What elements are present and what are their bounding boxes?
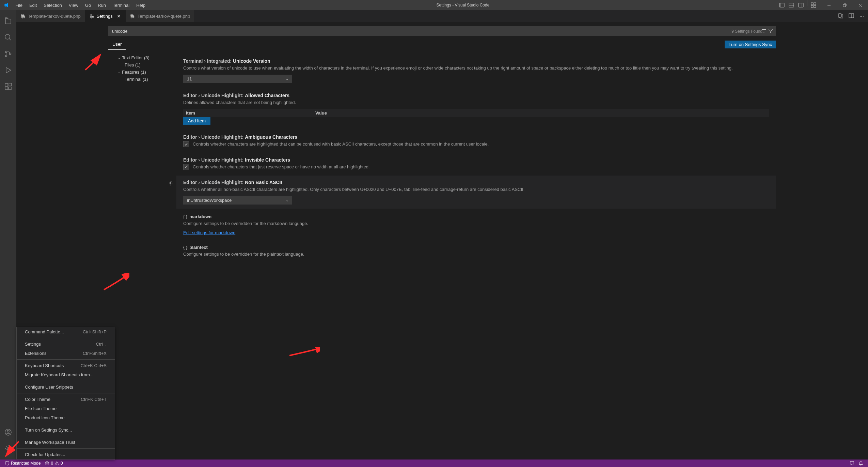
customize-layout-icon[interactable]	[809, 0, 818, 10]
unicode-version-dropdown[interactable]: 11 ⌄	[183, 75, 292, 83]
setting-lang-plaintext: { } plaintext Configure settings to be o…	[176, 241, 776, 265]
search-icon[interactable]	[0, 29, 16, 46]
tab-actions: ⋯	[836, 10, 868, 22]
svg-rect-19	[5, 84, 8, 86]
status-problems[interactable]: 0 0	[43, 461, 65, 466]
explorer-icon[interactable]	[0, 13, 16, 29]
ctx-command-palette[interactable]: Command Palette...Ctrl+Shift+P	[17, 327, 115, 336]
svg-rect-11	[843, 4, 846, 7]
ctx-user-snippets[interactable]: Configure User Snippets	[17, 382, 115, 392]
status-feedback-icon[interactable]	[848, 461, 856, 466]
ctx-migrate-shortcuts[interactable]: Migrate Keyboard Shortcuts from...	[17, 370, 115, 379]
more-actions-icon[interactable]: ⋯	[858, 12, 865, 20]
split-editor-icon[interactable]	[847, 12, 855, 21]
close-button[interactable]	[852, 0, 868, 10]
maximize-button[interactable]	[837, 0, 852, 10]
menu-view[interactable]: View	[65, 0, 82, 10]
tab-label: Template-tarkov-quete.php	[28, 14, 81, 19]
settings-list[interactable]: Terminal › Integrated: Unicode Version C…	[170, 50, 868, 460]
ctx-extensions[interactable]: ExtensionsCtrl+Shift+X	[17, 349, 115, 358]
chevron-down-icon: ⌄	[118, 70, 121, 74]
status-bar: Restricted Mode 0 0	[0, 460, 868, 467]
menu-selection[interactable]: Selection	[40, 0, 65, 10]
source-control-icon[interactable]	[0, 46, 16, 62]
invisible-checkbox[interactable]	[183, 164, 189, 170]
setting-allowed-characters: Editor › Unicode Highlight: Allowed Char…	[176, 89, 776, 129]
menu-terminal[interactable]: Terminal	[109, 0, 133, 10]
extensions-icon[interactable]	[0, 78, 16, 95]
open-settings-json-icon[interactable]	[836, 12, 845, 21]
svg-rect-22	[9, 83, 12, 86]
svg-rect-32	[838, 14, 841, 17]
settings-search-input[interactable]	[108, 26, 776, 36]
ambiguous-checkbox[interactable]	[183, 141, 189, 147]
svg-rect-0	[779, 3, 784, 7]
setting-gear-icon[interactable]	[170, 180, 173, 187]
settings-toc: ⌄Text Editor (8) Files (1) ⌄Features (1)…	[108, 50, 170, 460]
menu-edit[interactable]: Edit	[26, 0, 40, 10]
ctx-file-icon-theme[interactable]: File Icon Theme	[17, 404, 115, 413]
tab-template-quete-accent[interactable]: 🐘 Template-tarkov-quête.php	[126, 10, 195, 22]
toc-text-editor[interactable]: ⌄Text Editor (8)	[108, 54, 170, 61]
clear-filters-icon[interactable]	[761, 28, 767, 34]
menu-run[interactable]: Run	[94, 0, 109, 10]
tab-label: Template-tarkov-quête.php	[138, 14, 190, 19]
window-controls	[777, 0, 868, 10]
settings-tab-icon	[89, 14, 95, 19]
edit-markdown-link[interactable]: Edit settings for markdown	[183, 230, 235, 235]
minimize-button[interactable]	[821, 0, 837, 10]
ctx-keyboard-shortcuts[interactable]: Keyboard ShortcutsCtrl+K Ctrl+S	[17, 361, 115, 370]
chevron-down-icon: ⌄	[286, 77, 288, 81]
ctx-workspace-trust[interactable]: Manage Workspace Trust	[17, 438, 115, 447]
toc-files[interactable]: Files (1)	[108, 61, 170, 69]
svg-rect-2	[789, 3, 794, 7]
scope-user-tab[interactable]: User	[108, 39, 126, 50]
accounts-icon[interactable]	[0, 424, 16, 440]
search-results-count: 9 Settings Found	[731, 29, 762, 34]
svg-rect-8	[811, 5, 813, 7]
filter-icon[interactable]	[768, 28, 773, 34]
svg-point-38	[170, 182, 171, 184]
setting-invisible-characters: Editor › Unicode Highlight: Invisible Ch…	[176, 153, 776, 174]
menu-go[interactable]: Go	[82, 0, 94, 10]
menu-help[interactable]: Help	[133, 0, 149, 10]
chevron-down-icon: ⌄	[286, 198, 288, 202]
run-debug-icon[interactable]	[0, 62, 16, 78]
non-basic-ascii-dropdown[interactable]: inUntrustedWorkspace ⌄	[183, 196, 292, 205]
settings-editor: 9 Settings Found User Turn on Settings S…	[16, 22, 868, 460]
ctx-product-icon-theme[interactable]: Product Icon Theme	[17, 413, 115, 422]
ctx-color-theme[interactable]: Color ThemeCtrl+K Ctrl+T	[17, 395, 115, 404]
svg-point-29	[91, 14, 92, 15]
braces-icon: { }	[183, 245, 187, 250]
svg-point-25	[7, 448, 9, 450]
title-bar: File Edit Selection View Go Run Terminal…	[0, 0, 868, 10]
svg-rect-21	[9, 87, 11, 90]
svg-line-15	[9, 39, 11, 40]
status-bell-icon[interactable]	[856, 461, 865, 466]
menu-file[interactable]: File	[12, 0, 26, 10]
toggle-primary-sidebar-icon[interactable]	[777, 0, 787, 10]
add-item-button[interactable]: Add Item	[183, 117, 210, 125]
close-tab-icon[interactable]: ✕	[116, 14, 122, 19]
manage-gear-icon[interactable]	[0, 440, 16, 457]
svg-point-24	[7, 430, 9, 432]
svg-point-30	[92, 16, 93, 17]
tab-template-quete[interactable]: 🐘 Template-tarkov-quete.php	[16, 10, 85, 22]
settings-scope-tabs: User Turn on Settings Sync	[16, 39, 868, 50]
toggle-panel-icon[interactable]	[787, 0, 796, 10]
setting-terminal-unicode-version: Terminal › Integrated: Unicode Version C…	[176, 54, 776, 87]
ctx-check-updates[interactable]: Check for Updates...	[17, 450, 115, 459]
turn-on-settings-sync-button[interactable]: Turn on Settings Sync	[725, 41, 776, 48]
toc-terminal[interactable]: Terminal (1)	[108, 76, 170, 83]
editor-tabs: 🐘 Template-tarkov-quete.php Settings ✕ 🐘…	[16, 10, 868, 22]
toc-features[interactable]: ⌄Features (1)	[108, 69, 170, 76]
status-restricted-mode[interactable]: Restricted Mode	[3, 461, 43, 466]
svg-point-18	[10, 53, 11, 55]
ctx-settings[interactable]: SettingsCtrl+,	[17, 340, 115, 349]
vscode-logo-icon	[0, 0, 12, 10]
ctx-settings-sync[interactable]: Turn on Settings Sync...	[17, 425, 115, 435]
svg-point-17	[5, 55, 7, 57]
chevron-down-icon: ⌄	[118, 56, 121, 60]
tab-settings[interactable]: Settings ✕	[85, 10, 126, 22]
toggle-secondary-sidebar-icon[interactable]	[796, 0, 806, 10]
